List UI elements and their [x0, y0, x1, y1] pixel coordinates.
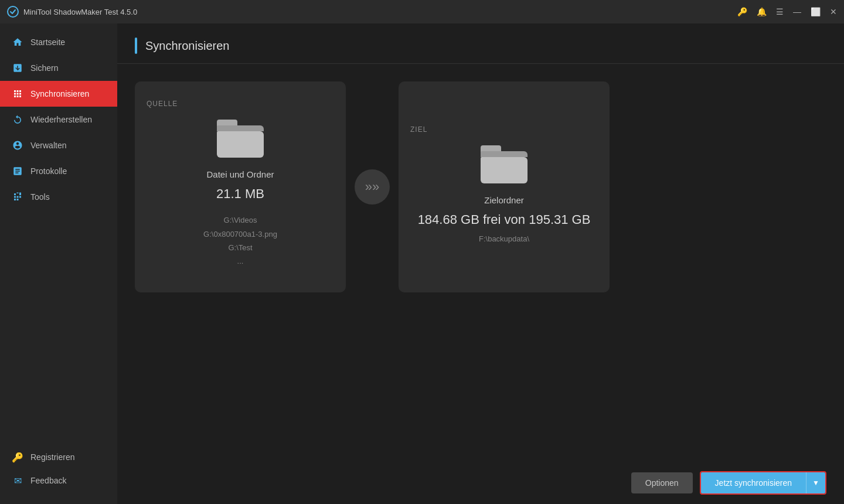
sync-button[interactable]: Jetzt synchronisieren	[701, 472, 806, 493]
key-icon[interactable]: 🔑	[737, 7, 747, 16]
source-file-3: G:\Test	[203, 241, 277, 254]
sidebar-label-tools: Tools	[30, 192, 50, 202]
sync-cards: QUELLE Datei und Ordner 21.1 MB G:\Video…	[135, 81, 826, 292]
page-header: Synchronisieren	[117, 23, 844, 64]
destination-free: 184.68 GB frei von 195.31 GB	[418, 212, 591, 227]
source-size: 21.1 MB	[216, 186, 264, 202]
destination-label: ZIEL	[410, 125, 427, 134]
sidebar-label-wiederherstellen: Wiederherstellen	[30, 115, 92, 124]
sidebar-label-feedback: Feedback	[30, 476, 66, 485]
sidebar-label-registrieren: Registrieren	[30, 452, 74, 462]
sidebar-item-feedback[interactable]: ✉ Feedback	[0, 469, 117, 492]
hamburger-icon[interactable]: ☰	[776, 7, 784, 16]
sidebar-label-verwalten: Verwalten	[30, 141, 66, 150]
window-controls: — ⬜ ✕	[793, 7, 837, 16]
key-icon: 🔑	[12, 451, 23, 463]
sidebar-item-synchronisieren[interactable]: Synchronisieren	[0, 81, 117, 107]
sidebar-bottom: 🔑 Registrieren ✉ Feedback	[0, 440, 117, 504]
mail-icon: ✉	[12, 475, 23, 486]
destination-path: F:\backupdata\	[479, 234, 529, 243]
sync-arrow: »»	[346, 169, 399, 205]
sidebar-label-protokolle: Protokolle	[30, 166, 67, 176]
backup-icon	[12, 62, 23, 74]
source-file-more: ...	[203, 254, 277, 268]
sidebar-label-sichern: Sichern	[30, 63, 58, 73]
bottom-bar: Optionen Jetzt synchronisieren ▼	[117, 462, 844, 504]
main-layout: Startseite Sichern Synchronisieren	[0, 23, 844, 504]
home-icon	[12, 36, 23, 48]
sidebar-item-registrieren[interactable]: 🔑 Registrieren	[0, 445, 117, 469]
sidebar-item-startseite[interactable]: Startseite	[0, 29, 117, 55]
content-area: Synchronisieren QUELLE Datei und Ordner	[117, 23, 844, 504]
options-button[interactable]: Optionen	[631, 472, 693, 493]
sidebar-label-synchronisieren: Synchronisieren	[30, 89, 89, 98]
destination-folder-icon	[481, 145, 528, 183]
page-title: Synchronisieren	[145, 39, 229, 53]
svg-point-0	[8, 6, 18, 17]
titlebar-utility-icons: 🔑 🔔 ☰	[737, 7, 784, 16]
sync-content: QUELLE Datei und Ordner 21.1 MB G:\Video…	[117, 64, 844, 462]
notification-icon[interactable]: 🔔	[757, 7, 767, 16]
close-button[interactable]: ✕	[830, 7, 837, 16]
destination-card[interactable]: ZIEL Zielordner 184.68 GB frei von 195.3…	[399, 81, 610, 292]
sidebar-item-verwalten[interactable]: Verwalten	[0, 132, 117, 158]
minimize-button[interactable]: —	[793, 7, 801, 16]
source-label: QUELLE	[147, 100, 178, 108]
app-title: MiniTool ShadowMaker Test 4.5.0	[23, 8, 737, 16]
maximize-button[interactable]: ⬜	[811, 7, 821, 16]
sync-dropdown-button[interactable]: ▼	[806, 472, 825, 493]
tools-icon	[12, 191, 23, 203]
source-files: G:\Videos G:\0x800700a1-3.png G:\Test ..…	[203, 213, 277, 268]
sync-icon	[12, 88, 23, 100]
log-icon	[12, 165, 23, 177]
sidebar-item-wiederherstellen[interactable]: Wiederherstellen	[0, 107, 117, 132]
source-file-2: G:\0x800700a1-3.png	[203, 227, 277, 241]
app-logo	[7, 6, 19, 18]
sidebar-label-startseite: Startseite	[30, 38, 65, 47]
sidebar-item-protokolle[interactable]: Protokolle	[0, 158, 117, 184]
source-folder-icon	[217, 120, 264, 158]
titlebar: MiniTool ShadowMaker Test 4.5.0 🔑 🔔 ☰ — …	[0, 0, 844, 23]
sidebar-item-sichern[interactable]: Sichern	[0, 55, 117, 81]
sync-button-container: Jetzt synchronisieren ▼	[700, 471, 826, 495]
sidebar: Startseite Sichern Synchronisieren	[0, 23, 117, 504]
destination-name: Zielordner	[484, 195, 524, 205]
arrow-circle-icon: »»	[355, 169, 390, 205]
source-name: Datei und Ordner	[206, 169, 274, 179]
header-accent	[135, 38, 137, 54]
sidebar-item-tools[interactable]: Tools	[0, 184, 117, 210]
sidebar-nav: Startseite Sichern Synchronisieren	[0, 23, 117, 440]
manage-icon	[12, 139, 23, 151]
source-file-1: G:\Videos	[203, 213, 277, 227]
source-card[interactable]: QUELLE Datei und Ordner 21.1 MB G:\Video…	[135, 81, 346, 292]
restore-icon	[12, 114, 23, 125]
